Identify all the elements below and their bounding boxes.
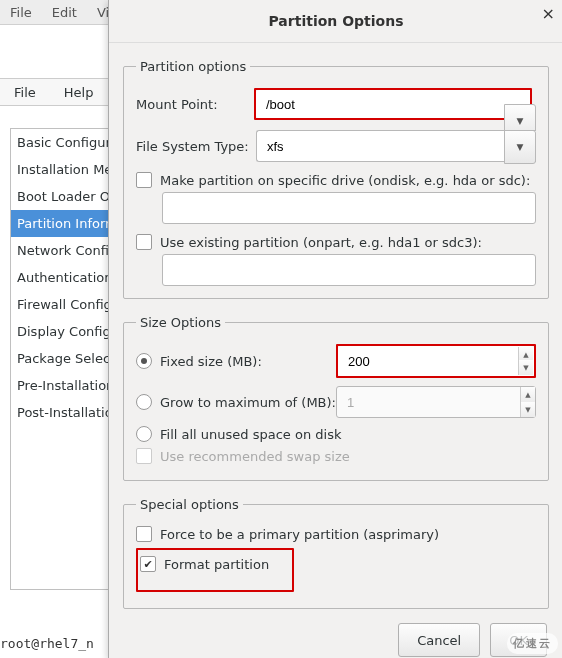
sidebar-item-network[interactable]: Network Configuration bbox=[11, 237, 109, 264]
section-tree[interactable]: Basic Configuration Installation Method … bbox=[10, 128, 110, 590]
sidebar-item-install[interactable]: Installation Method bbox=[11, 156, 109, 183]
label-format: Format partition bbox=[164, 557, 269, 572]
checkbox-asprimary[interactable] bbox=[136, 526, 152, 542]
sidebar-item-package[interactable]: Package Selection bbox=[11, 345, 109, 372]
label-fill: Fill all unused space on disk bbox=[160, 427, 341, 442]
radio-fill[interactable] bbox=[136, 426, 152, 442]
dialog-titlebar: Partition Options × bbox=[109, 0, 562, 43]
cancel-button[interactable]: Cancel bbox=[398, 623, 480, 657]
sidebar-item-pre[interactable]: Pre-Installation Script bbox=[11, 372, 109, 399]
menu-edit[interactable]: Edit bbox=[42, 2, 87, 23]
mount-point-input[interactable] bbox=[256, 90, 530, 118]
legend-special-options: Special options bbox=[136, 497, 243, 512]
appmenu-help[interactable]: Help bbox=[50, 81, 108, 104]
legend-size-options: Size Options bbox=[136, 315, 225, 330]
menu-file[interactable]: File bbox=[0, 2, 42, 23]
fieldset-special-options: Special options Force to be a primary pa… bbox=[123, 497, 549, 609]
spin-grow-up: ▲ bbox=[520, 387, 535, 403]
label-ondisk: Make partition on specific drive (ondisk… bbox=[160, 173, 530, 188]
sidebar-item-partition[interactable]: Partition Information bbox=[11, 210, 109, 237]
label-onpart: Use existing partition (onpart, e.g. hda… bbox=[160, 235, 482, 250]
mount-point-combo[interactable] bbox=[254, 88, 532, 120]
label-fs-type: File System Type: bbox=[136, 139, 256, 154]
label-fixed-size: Fixed size (MB): bbox=[160, 354, 336, 369]
label-mount-point: Mount Point: bbox=[136, 97, 256, 112]
fs-type-combo[interactable]: ▼ bbox=[256, 130, 536, 162]
checkbox-format[interactable] bbox=[140, 556, 156, 572]
label-swap: Use recommended swap size bbox=[160, 449, 350, 464]
watermark: 亿速云 bbox=[507, 633, 558, 654]
sidebar-item-display[interactable]: Display Configuration bbox=[11, 318, 109, 345]
sidebar-item-firewall[interactable]: Firewall Configuration bbox=[11, 291, 109, 318]
input-fixed-size[interactable] bbox=[338, 346, 534, 376]
label-grow: Grow to maximum of (MB): bbox=[160, 395, 336, 410]
legend-partition-options: Partition options bbox=[136, 59, 250, 74]
checkbox-swap bbox=[136, 448, 152, 464]
radio-fixed-size[interactable] bbox=[136, 353, 152, 369]
input-grow bbox=[336, 386, 536, 418]
checkbox-ondisk[interactable] bbox=[136, 172, 152, 188]
fs-type-input[interactable] bbox=[256, 130, 536, 162]
dialog-title: Partition Options bbox=[268, 13, 403, 29]
input-onpart[interactable] bbox=[162, 254, 536, 286]
appmenu-file[interactable]: File bbox=[0, 81, 50, 104]
label-asprimary: Force to be a primary partition (asprima… bbox=[160, 527, 439, 542]
radio-grow[interactable] bbox=[136, 394, 152, 410]
sidebar-item-auth[interactable]: Authentication bbox=[11, 264, 109, 291]
spin-grow-down: ▼ bbox=[520, 402, 535, 417]
input-ondisk[interactable] bbox=[162, 192, 536, 224]
terminal-line: root@rhel7_n bbox=[0, 636, 94, 651]
sidebar-item-boot[interactable]: Boot Loader Options bbox=[11, 183, 109, 210]
fs-type-dropdown[interactable]: ▼ bbox=[504, 130, 536, 164]
checkbox-onpart[interactable] bbox=[136, 234, 152, 250]
spin-fixed-down[interactable]: ▼ bbox=[518, 360, 533, 375]
fieldset-size-options: Size Options Fixed size (MB): ▲ ▼ Grow t… bbox=[123, 315, 549, 481]
dialog-buttons: Cancel OK bbox=[123, 623, 549, 657]
partition-options-dialog: Partition Options × Partition options Mo… bbox=[108, 0, 562, 658]
fieldset-partition-options: Partition options Mount Point: ▼ File Sy… bbox=[123, 59, 549, 299]
sidebar-item-post[interactable]: Post-Installation Script bbox=[11, 399, 109, 426]
close-icon[interactable]: × bbox=[542, 4, 555, 23]
sidebar-item-basic[interactable]: Basic Configuration bbox=[11, 129, 109, 156]
